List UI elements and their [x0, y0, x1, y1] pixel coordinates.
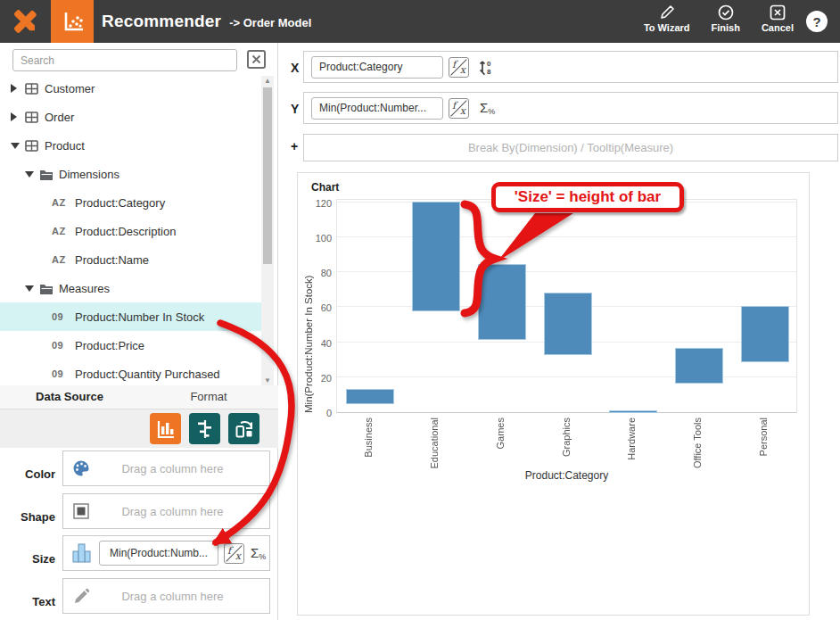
x-tick-label: Office Tools: [692, 417, 703, 468]
scroll-down-arrow[interactable]: ▼: [261, 376, 274, 384]
gridline: [337, 376, 796, 377]
aggregate-sigma-icon[interactable]: Σ%: [480, 100, 495, 116]
tree-item-product-name[interactable]: AZ Product:Name: [0, 245, 261, 274]
tab-format[interactable]: Format: [139, 385, 278, 409]
pencil-icon: [70, 588, 92, 605]
shape-dropzone[interactable]: Drag a column here: [62, 493, 270, 529]
tree-item-order[interactable]: Order: [0, 103, 261, 131]
bar-business[interactable]: [347, 390, 393, 404]
y-tick-label: 40: [321, 338, 332, 349]
bar-graphics[interactable]: [545, 293, 591, 355]
tree-item-label: Product: [45, 139, 85, 153]
tree-item-product-price[interactable]: 09 Product:Price: [0, 331, 261, 360]
tree-item-product-category[interactable]: AZ Product:Category: [0, 188, 261, 217]
folder-icon: [39, 169, 59, 180]
chevron-down-icon[interactable]: [25, 285, 37, 292]
tree-item-label: Order: [45, 111, 74, 124]
scroll-up-arrow[interactable]: ▲: [261, 77, 274, 85]
chevron-down-icon[interactable]: [25, 171, 37, 178]
palette-icon: [70, 459, 92, 477]
tornado-chart-type-button[interactable]: [189, 413, 220, 444]
fx-button[interactable]: fx: [449, 57, 469, 78]
fx-button[interactable]: fx: [224, 543, 244, 564]
y-tick-label: 60: [321, 302, 332, 313]
header-actions: To Wizard Finish Cancel: [644, 4, 794, 33]
color-dropzone[interactable]: Drag a column here: [62, 451, 270, 486]
tree-item-customer[interactable]: Customer: [0, 74, 261, 103]
svg-text:8: 8: [487, 68, 491, 76]
bar-educational[interactable]: [413, 203, 459, 310]
tree-item-dimensions[interactable]: Dimensions: [0, 160, 261, 188]
x-tick-label: Personal: [758, 417, 769, 456]
size-row-label: Size: [0, 552, 55, 566]
y-axis-row-label: Y: [291, 102, 303, 116]
help-button[interactable]: ?: [806, 11, 828, 32]
y-field-input[interactable]: [311, 97, 443, 120]
gridline: [337, 202, 796, 203]
tree-item-label: Product:Quantity Purchased: [75, 368, 220, 381]
close-search-button[interactable]: [247, 50, 266, 69]
numeric-field-icon: 09: [52, 368, 75, 379]
transpose-chart-button[interactable]: [228, 413, 259, 444]
bar-hardware[interactable]: [610, 411, 656, 413]
transpose-icon: [234, 418, 255, 440]
tree-item-label: Product:Name: [75, 253, 149, 267]
pencil-icon: [659, 4, 675, 21]
tree-item-label: Product:Number In Stock: [75, 310, 204, 324]
tree-item-product[interactable]: Product: [0, 131, 261, 160]
tree-scrollbar[interactable]: ▲ ▼: [261, 76, 274, 385]
tree-item-measures[interactable]: Measures: [0, 274, 261, 302]
tree-item-label: Product:Description: [75, 225, 176, 238]
tree-item-product-description[interactable]: AZ Product:Description: [0, 217, 261, 245]
tree-item-label: Product:Price: [75, 339, 144, 352]
bar-chart-icon: [155, 418, 177, 440]
tree-item-label: Product:Category: [75, 196, 165, 210]
color-row-label: Color: [0, 467, 55, 481]
scrollbar-thumb[interactable]: [263, 87, 272, 264]
x-field-input[interactable]: [311, 56, 443, 79]
y-field-row: fx Σ%: [303, 92, 838, 124]
fx-button[interactable]: fx: [449, 98, 469, 119]
tree-item-label: Dimensions: [59, 168, 119, 181]
y-tick-label: 0: [326, 408, 332, 418]
chevron-down-icon[interactable]: [11, 143, 23, 149]
field-tree: Customer Order Product Dimensions AZ Pro…: [0, 74, 261, 385]
sort-numeric-icon[interactable]: 0 8: [478, 58, 494, 76]
search-input[interactable]: [12, 49, 237, 71]
question-mark-icon: ?: [812, 14, 820, 29]
x-axis-title: Product:Category: [336, 469, 797, 482]
tree-item-product-number-in-stock[interactable]: 09 Product:Number In Stock: [0, 302, 261, 331]
sidebar: Customer Order Product Dimensions AZ Pro…: [0, 43, 278, 620]
tab-data-source[interactable]: Data Source: [0, 385, 139, 409]
numeric-field-icon: 09: [52, 340, 75, 351]
check-circle-icon: [718, 4, 734, 21]
numeric-field-icon: 09: [52, 311, 75, 322]
gridline: [337, 236, 796, 237]
bar-office-tools[interactable]: [676, 349, 722, 382]
bar-games[interactable]: [479, 265, 525, 338]
dropzone-placeholder: Drag a column here: [92, 462, 269, 475]
text-field-icon: AZ: [52, 226, 75, 236]
to-wizard-button[interactable]: To Wizard: [644, 4, 690, 33]
aggregate-sigma-icon[interactable]: Σ%: [251, 545, 266, 561]
break-by-dropzone[interactable]: Break By(Dimension) / Tooltip(Measure): [303, 134, 838, 161]
cancel-button[interactable]: Cancel: [762, 4, 794, 33]
y-tick-label: 80: [321, 268, 332, 278]
chart-type-toolbar: [0, 409, 278, 448]
scatter-chart-icon: [59, 8, 86, 35]
size-value-input[interactable]: [99, 541, 218, 566]
close-square-icon: [770, 4, 786, 21]
chevron-right-icon[interactable]: [11, 84, 23, 93]
tree-item-product-quantity-purchased[interactable]: 09 Product:Quantity Purchased: [0, 360, 261, 385]
table-icon: [25, 112, 45, 123]
scatter-chart-tile[interactable]: [51, 0, 94, 43]
x-tick-label: Educational: [429, 417, 440, 469]
size-dropzone[interactable]: fx Σ%: [62, 535, 270, 571]
bar-chart-type-button[interactable]: [150, 413, 181, 444]
text-dropzone[interactable]: Drag a column here: [62, 578, 270, 614]
bar-personal[interactable]: [742, 307, 788, 361]
chevron-right-icon[interactable]: [11, 112, 23, 121]
gridline: [337, 271, 796, 272]
svg-text:0: 0: [487, 60, 491, 68]
finish-button[interactable]: Finish: [712, 4, 740, 33]
